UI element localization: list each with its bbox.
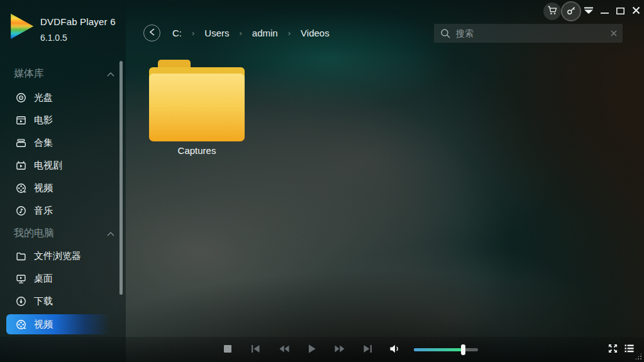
menu-dropdown-icon [584, 6, 594, 17]
shopping-cart-icon [547, 5, 558, 18]
section-label: 我的电脑 [14, 227, 54, 240]
breadcrumb: C: › Users › admin › Videos [170, 26, 332, 40]
sidebar-section-media-library[interactable]: 媒体库 [14, 67, 114, 80]
tv-icon [16, 160, 26, 171]
search-input[interactable] [456, 28, 610, 38]
maximize-button[interactable] [613, 5, 627, 18]
search-icon [440, 28, 451, 39]
minimize-icon [601, 6, 609, 17]
breadcrumb-item-users[interactable]: Users [202, 26, 231, 40]
key-icon [566, 5, 577, 18]
stop-icon [223, 344, 232, 355]
back-button[interactable] [143, 25, 160, 41]
sidebar-item-desktop[interactable]: 桌面 [0, 267, 126, 290]
playlist-icon [625, 344, 634, 354]
breadcrumb-item-videos[interactable]: Videos [298, 26, 332, 40]
chevron-left-icon [149, 28, 155, 39]
desktop-icon [16, 273, 26, 284]
sidebar-item-label: 桌面 [34, 273, 53, 285]
folder-item-captures[interactable]: Captures [149, 60, 245, 156]
app-title: DVDFab Player 6 [40, 16, 116, 27]
sidebar-item-label: 视频 [34, 182, 53, 194]
fullscreen-icon [608, 344, 618, 355]
store-button[interactable] [543, 3, 561, 20]
breadcrumb-separator-icon: › [232, 28, 250, 38]
license-key-button[interactable] [562, 3, 580, 20]
sidebar-item-file-browser[interactable]: 文件浏览器 [0, 244, 126, 267]
app-window: DVDFab Player 6 6.1.0.5 媒体库 光盘 电影 [0, 0, 644, 362]
search-clear-icon[interactable] [610, 30, 618, 37]
folder-label: Captures [149, 145, 245, 156]
sidebar-item-label: 音乐 [34, 205, 53, 217]
sidebar-item-label: 光盘 [34, 92, 53, 104]
movie-icon [16, 115, 26, 126]
breadcrumb-item-drive[interactable]: C: [170, 26, 184, 40]
sidebar-item-videos-library[interactable]: 视频 [0, 177, 126, 199]
sidebar-item-tv-shows[interactable]: 电视剧 [0, 154, 126, 177]
previous-button[interactable] [246, 337, 265, 362]
sidebar-section-my-computer[interactable]: 我的电脑 [14, 226, 114, 240]
collection-icon [16, 138, 26, 148]
play-button[interactable] [303, 337, 321, 362]
chevron-up-icon [107, 68, 114, 79]
folder-front [149, 74, 245, 141]
skip-next-icon [363, 344, 372, 355]
close-icon [632, 6, 640, 17]
close-button[interactable] [629, 5, 643, 18]
folder-icon [16, 251, 26, 261]
sidebar-item-label: 下载 [34, 295, 53, 307]
app-branding: DVDFab Player 6 6.1.0.5 [9, 13, 116, 43]
sidebar-item-disc[interactable]: 光盘 [0, 86, 126, 109]
sidebar: DVDFab Player 6 6.1.0.5 媒体库 光盘 电影 [0, 0, 126, 362]
sidebar-item-movies[interactable]: 电影 [0, 109, 126, 131]
folder-large-icon [149, 60, 245, 141]
rewind-button[interactable] [275, 337, 294, 362]
stop-button[interactable] [218, 337, 237, 362]
download-icon [16, 296, 26, 307]
next-button[interactable] [358, 337, 377, 362]
disc-icon [16, 92, 26, 103]
breadcrumb-item-admin[interactable]: admin [250, 26, 280, 40]
playlist-button[interactable] [619, 337, 638, 362]
fast-forward-button[interactable] [330, 337, 349, 362]
rewind-icon [279, 344, 290, 355]
app-logo-icon [9, 13, 34, 39]
film-reel-icon [16, 319, 26, 330]
sidebar-item-label: 合集 [34, 137, 53, 149]
volume-icon [389, 344, 401, 356]
volume-fill [414, 348, 463, 351]
sidebar-scrollbar[interactable] [119, 61, 123, 295]
app-version: 6.1.0.5 [40, 33, 116, 43]
volume-slider[interactable] [414, 348, 478, 351]
search-bar [434, 24, 623, 43]
skip-previous-icon [251, 344, 260, 355]
music-icon [16, 206, 26, 216]
chevron-up-icon [107, 228, 114, 239]
sidebar-item-downloads[interactable]: 下载 [0, 290, 126, 312]
fast-forward-icon [334, 344, 345, 355]
breadcrumb-separator-icon: › [184, 28, 202, 38]
film-reel-icon [16, 183, 26, 194]
volume-handle[interactable] [461, 344, 465, 355]
sidebar-item-label: 文件浏览器 [34, 250, 81, 262]
sidebar-item-label: 视频 [34, 319, 53, 331]
sidebar-item-collections[interactable]: 合集 [0, 131, 126, 154]
maximize-icon [616, 6, 625, 17]
sidebar-item-label: 电影 [34, 114, 53, 126]
main-menu-button[interactable] [582, 5, 596, 18]
sidebar-item-label: 电视剧 [34, 160, 62, 172]
play-icon [308, 344, 316, 356]
playback-bar [0, 337, 644, 362]
section-label: 媒体库 [14, 67, 44, 80]
minimize-button[interactable] [597, 5, 611, 18]
volume-button[interactable] [386, 337, 404, 362]
breadcrumb-separator-icon: › [280, 28, 298, 38]
sidebar-item-music[interactable]: 音乐 [0, 199, 126, 222]
sidebar-item-videos-selected[interactable]: 视频 [0, 313, 126, 336]
